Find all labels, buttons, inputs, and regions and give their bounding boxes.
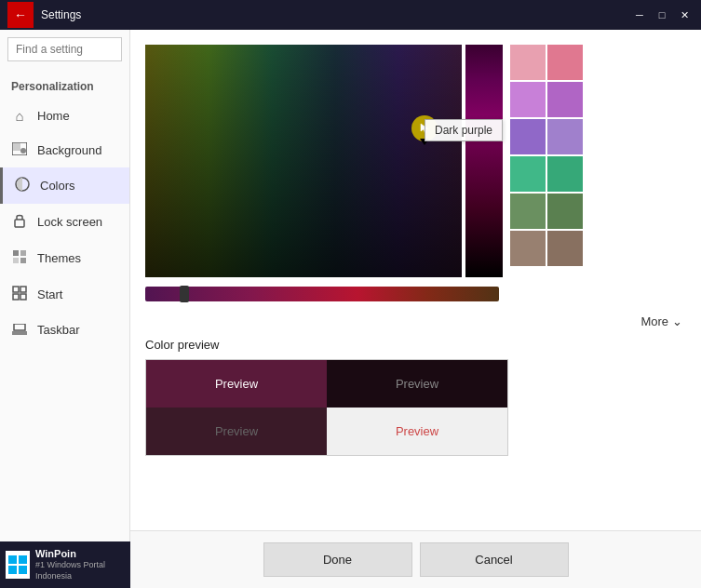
swatch[interactable] [547, 82, 583, 117]
taskbar-icon [11, 322, 28, 338]
search-container [7, 37, 122, 61]
preview-cell-3: Preview [146, 408, 327, 455]
svg-rect-5 [13, 250, 19, 256]
sidebar-item-label: Taskbar [37, 323, 80, 337]
svg-rect-9 [13, 287, 19, 292]
maximize-button[interactable]: □ [653, 6, 671, 24]
chevron-down-icon: ⌄ [672, 314, 682, 328]
colors-icon [14, 177, 31, 194]
logo-bar: WinPoin #1 Windows Portal Indonesia [0, 541, 130, 588]
hue-slider[interactable] [145, 287, 499, 301]
sidebar: Personalization ⌂ Home Background Colors [0, 30, 130, 588]
background-icon [11, 142, 28, 158]
swatch-row-3 [510, 119, 583, 154]
search-input[interactable] [7, 37, 122, 61]
lock-icon [11, 213, 28, 231]
swatch-row-6 [510, 231, 583, 266]
svg-rect-1 [13, 143, 20, 151]
svg-rect-18 [8, 566, 17, 574]
color-gradient[interactable]: Dark purple [145, 45, 462, 277]
color-preview-section: Color preview Preview Preview Preview Pr… [145, 338, 686, 456]
svg-rect-10 [20, 287, 26, 292]
gradient-layer2 [145, 45, 462, 277]
sidebar-item-start[interactable]: Start [0, 276, 129, 313]
swatch[interactable] [510, 45, 546, 80]
swatches-panel [510, 45, 583, 277]
swatch[interactable] [547, 156, 583, 192]
swatch[interactable] [547, 119, 583, 154]
svg-rect-13 [12, 331, 27, 335]
settings-window: ← Settings ─ □ ✕ Personalization ⌂ Home [0, 0, 701, 588]
swatch[interactable] [547, 231, 583, 266]
logo-icon [6, 551, 30, 579]
sidebar-item-home[interactable]: ⌂ Home [0, 99, 129, 133]
swatch[interactable] [510, 119, 546, 154]
swatch[interactable] [547, 194, 583, 229]
sidebar-item-themes[interactable]: Themes [0, 240, 129, 276]
hue-slider-row [145, 287, 686, 301]
window-controls: ─ □ ✕ [630, 6, 694, 24]
footer-buttons: Done Cancel [130, 530, 701, 588]
svg-rect-7 [13, 258, 19, 263]
svg-rect-6 [20, 250, 26, 256]
themes-icon [11, 249, 28, 267]
swatch[interactable] [510, 156, 546, 192]
swatch-row-2 [510, 82, 583, 117]
hue-bar[interactable] [465, 45, 503, 277]
preview-cell-4: Preview [327, 408, 507, 455]
sidebar-item-label: Background [37, 143, 101, 157]
swatch-row-4 [510, 156, 583, 192]
content-area: Dark purple [130, 30, 701, 588]
swatch[interactable] [510, 231, 546, 266]
swatch[interactable] [510, 194, 546, 229]
main-layout: Personalization ⌂ Home Background Colors [0, 30, 701, 588]
swatch-row-5 [510, 194, 583, 229]
sidebar-item-taskbar[interactable]: Taskbar [0, 313, 129, 347]
preview-grid: Preview Preview Preview Preview [145, 359, 508, 456]
svg-rect-14 [14, 324, 25, 330]
title-bar: ← Settings ─ □ ✕ [0, 0, 701, 30]
hue-slider-thumb [180, 286, 189, 302]
close-button[interactable]: ✕ [675, 6, 694, 24]
back-icon: ← [14, 7, 27, 22]
start-icon [11, 286, 28, 303]
swatch[interactable] [510, 82, 546, 117]
svg-rect-19 [19, 566, 27, 574]
color-tooltip: Dark purple [425, 119, 503, 141]
cancel-button[interactable]: Cancel [420, 542, 569, 577]
window-title: Settings [41, 8, 630, 21]
color-picker-area: Dark purple [130, 30, 701, 530]
home-icon: ⌂ [11, 108, 28, 124]
more-row: More ⌄ [145, 309, 686, 338]
svg-rect-8 [20, 258, 26, 263]
back-button[interactable]: ← [7, 2, 34, 28]
swatch[interactable] [547, 45, 583, 80]
sidebar-item-colors[interactable]: Colors [0, 167, 129, 204]
color-preview-label: Color preview [145, 338, 686, 352]
svg-rect-16 [8, 555, 17, 564]
swatch-row-1 [510, 45, 583, 80]
svg-rect-11 [13, 294, 19, 300]
minimize-button[interactable]: ─ [630, 6, 649, 24]
svg-rect-12 [20, 294, 26, 300]
svg-point-2 [20, 148, 26, 154]
sidebar-item-background[interactable]: Background [0, 133, 129, 167]
preview-cell-1: Preview [146, 360, 327, 408]
sidebar-item-label: Themes [37, 251, 81, 265]
sidebar-item-label: Home [37, 109, 70, 123]
svg-rect-4 [15, 220, 24, 227]
sidebar-item-label: Lock screen [37, 215, 102, 229]
sidebar-item-label: Colors [40, 179, 75, 193]
svg-rect-17 [19, 555, 27, 564]
picker-row: Dark purple [145, 45, 686, 277]
sidebar-section-label: Personalization [0, 69, 129, 99]
preview-cell-2: Preview [327, 360, 507, 408]
logo-text: WinPoin #1 Windows Portal Indonesia [35, 547, 125, 582]
more-button[interactable]: More ⌄ [637, 313, 686, 330]
sidebar-item-label: Start [37, 287, 62, 301]
done-button[interactable]: Done [263, 542, 412, 577]
sidebar-item-lock-screen[interactable]: Lock screen [0, 204, 129, 240]
